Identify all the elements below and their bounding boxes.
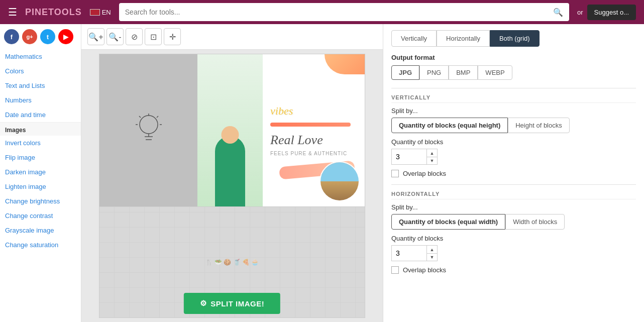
overlap-wrap-vertical: Overlap blocks xyxy=(391,170,636,177)
tab-width-of-blocks[interactable]: Width of blocks xyxy=(505,214,565,230)
sub-text: FEELS PURE & AUTHENTIC xyxy=(270,151,347,156)
sidebar-item-change-contrast[interactable]: Change contrast xyxy=(0,208,81,223)
qty-increment-horizontal[interactable]: ▲ xyxy=(426,245,438,253)
sidebar-item-change-saturation[interactable]: Change saturation xyxy=(0,238,81,252)
sidebar-item-grayscale-image[interactable]: Grayscale image xyxy=(0,223,81,238)
gear-icon: ⚙ xyxy=(200,299,207,308)
logo: PINETOOLS xyxy=(25,7,82,18)
overlap-checkbox-vertical[interactable] xyxy=(391,170,399,177)
direction-tabs: Vertically Horizontally Both (grid) xyxy=(391,30,636,47)
tab-quantity-equal-width[interactable]: Quantity of blocks (equal width) xyxy=(391,214,505,230)
google-plus-button[interactable]: g+ xyxy=(22,29,37,44)
qty-input-wrap-vertical: ▲ ▼ xyxy=(391,149,636,165)
tab-quantity-equal-height[interactable]: Quantity of blocks (equal height) xyxy=(391,118,508,133)
sidebar-item-mathematics[interactable]: Mathematics xyxy=(0,49,81,64)
qty-label-horizontal: Quantity of blocks xyxy=(391,235,636,242)
sidebar-images-section: Images xyxy=(0,122,81,136)
overlap-label-vertical: Overlap blocks xyxy=(403,170,446,177)
split-button-container: ⚙ SPLIT IMAGE! xyxy=(184,293,280,314)
sidebar-item-text-and-lists[interactable]: Text and Lists xyxy=(0,78,81,93)
zoom-reset-button[interactable]: ⊘ xyxy=(126,28,143,45)
split-by-label-horizontal: Split by... xyxy=(391,203,636,211)
sidebar-item-colors[interactable]: Colors xyxy=(0,64,81,78)
main-text: Real Love xyxy=(270,133,323,148)
menu-icon[interactable]: ☰ xyxy=(8,6,17,18)
overlap-checkbox-horizontal[interactable] xyxy=(391,266,399,274)
vertical-split-by-tabs: Quantity of blocks (equal height) Height… xyxy=(391,118,636,133)
vibes-text: vibes xyxy=(270,104,293,118)
vertically-section-label: Vertically xyxy=(391,94,636,103)
split-button-label: SPLIT IMAGE! xyxy=(210,299,264,308)
suggest-button[interactable]: Suggest o... xyxy=(587,5,636,20)
format-tab-webp[interactable]: WEBP xyxy=(478,65,512,80)
image-top: vibes Real Love FEELS PURE & AUTHENTIC xyxy=(99,54,365,207)
sidebar-item-flip-image[interactable]: Flip image xyxy=(0,150,81,165)
sidebar-item-lighten-image[interactable]: Lighten image xyxy=(0,179,81,194)
divider-1 xyxy=(391,88,636,88)
svg-point-0 xyxy=(140,116,158,134)
image-circle-photo xyxy=(319,161,360,201)
format-tab-png[interactable]: PNG xyxy=(419,65,449,80)
zoom-out-button[interactable]: 🔍- xyxy=(106,28,124,45)
or-text: or xyxy=(577,9,583,16)
overlap-label-horizontal: Overlap blocks xyxy=(403,266,446,274)
divider-2 xyxy=(391,184,636,185)
sidebar-item-numbers[interactable]: Numbers xyxy=(0,93,81,108)
overlap-wrap-horizontal: Overlap blocks xyxy=(391,266,636,274)
qty-input-wrap-horizontal: ▲ ▼ xyxy=(391,245,636,261)
format-tabs: JPG PNG BMP WEBP xyxy=(391,65,636,80)
image-left-panel xyxy=(99,54,197,206)
sidebar-item-darken-image[interactable]: Darken image xyxy=(0,165,81,179)
search-input[interactable] xyxy=(125,8,553,16)
qty-increment-vertical[interactable]: ▲ xyxy=(426,149,438,157)
facebook-button[interactable]: f xyxy=(4,29,19,44)
logo-tools: TOOLS xyxy=(48,7,82,17)
lightbulb-icon xyxy=(134,111,164,151)
image-preview-area: vibes Real Love FEELS PURE & AUTHENTIC xyxy=(81,50,383,322)
right-panel: Vertically Horizontally Both (grid) Outp… xyxy=(383,24,644,322)
move-button[interactable]: ✛ xyxy=(164,28,181,45)
svg-line-6 xyxy=(139,116,141,118)
format-tab-jpg[interactable]: JPG xyxy=(391,65,419,80)
tab-vertically[interactable]: Vertically xyxy=(391,30,437,47)
format-tab-bmp[interactable]: BMP xyxy=(449,65,478,80)
zoom-in-button[interactable]: 🔍+ xyxy=(87,28,104,45)
canvas-area: 🔍+ 🔍- ⊘ ⊡ ✛ xyxy=(81,24,383,322)
qty-decrement-horizontal[interactable]: ▼ xyxy=(426,253,438,261)
output-format-label: Output format xyxy=(391,54,636,61)
qty-label-vertical: Quantity of blocks xyxy=(391,138,636,146)
sidebar-item-date-and-time[interactable]: Date and time xyxy=(0,108,81,122)
svg-line-7 xyxy=(157,116,158,118)
main-layout: f g+ t ▶ Mathematics Colors Text and Lis… xyxy=(0,24,644,322)
social-buttons: f g+ t ▶ xyxy=(0,24,81,49)
lang-label: EN xyxy=(102,9,111,16)
qty-decrement-vertical[interactable]: ▼ xyxy=(426,157,438,165)
search-icon: 🔍 xyxy=(553,8,563,17)
sidebar-item-change-brightness[interactable]: Change brightness xyxy=(0,194,81,208)
logo-pine: PINE xyxy=(25,7,48,17)
flag-icon xyxy=(90,9,100,16)
sidebar: f g+ t ▶ Mathematics Colors Text and Lis… xyxy=(0,24,81,322)
toolbar: 🔍+ 🔍- ⊘ ⊡ ✛ xyxy=(81,24,383,50)
sidebar-item-invert-colors[interactable]: Invert colors xyxy=(0,136,81,150)
qty-input-horizontal[interactable] xyxy=(391,245,426,261)
language-selector[interactable]: EN xyxy=(90,9,111,16)
twitter-button[interactable]: t xyxy=(40,29,55,44)
split-image-button[interactable]: ⚙ SPLIT IMAGE! xyxy=(184,293,280,314)
qty-input-vertical[interactable] xyxy=(391,149,426,165)
header: ☰ PINETOOLS EN 🔍 or Suggest o... xyxy=(0,0,644,24)
horizontal-split-by-tabs: Quantity of blocks (equal width) Width o… xyxy=(391,214,636,230)
tab-height-of-blocks[interactable]: Height of blocks xyxy=(508,118,570,133)
horizontally-section-label: Horizontally xyxy=(391,191,636,199)
tab-both-grid[interactable]: Both (grid) xyxy=(490,30,540,47)
youtube-button[interactable]: ▶ xyxy=(58,29,73,44)
image-center-panel xyxy=(197,54,263,206)
qty-spinner-horizontal: ▲ ▼ xyxy=(426,245,438,261)
search-bar: 🔍 xyxy=(119,3,569,21)
qty-spinner-vertical: ▲ ▼ xyxy=(426,149,438,165)
tab-horizontally[interactable]: Horizontally xyxy=(437,30,490,47)
split-by-label-vertical: Split by... xyxy=(391,107,636,115)
zoom-fit-button[interactable]: ⊡ xyxy=(145,28,162,45)
